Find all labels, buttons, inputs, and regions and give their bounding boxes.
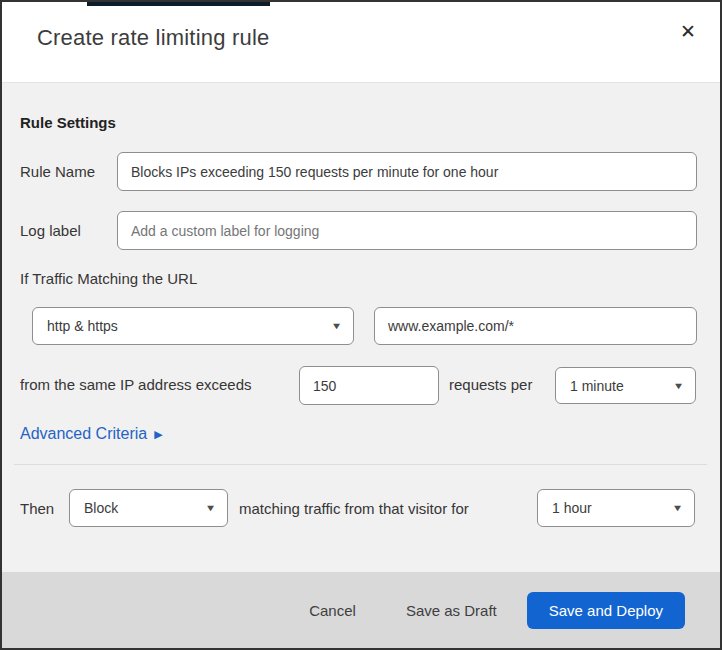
request-count-input[interactable] — [299, 366, 439, 405]
requests-per-text: requests per — [449, 375, 532, 395]
cancel-button[interactable]: Cancel — [305, 596, 360, 625]
dialog-header: Create rate limiting rule ✕ — [2, 2, 720, 83]
rule-name-label: Rule Name — [20, 162, 95, 182]
then-label: Then — [20, 499, 54, 519]
action-select[interactable]: Block ▼ — [69, 489, 228, 527]
duration-select[interactable]: 1 hour ▼ — [537, 489, 695, 527]
arrow-right-icon: ▶ — [154, 429, 162, 440]
advanced-criteria-label: Advanced Criteria — [20, 425, 147, 443]
chevron-down-icon: ▼ — [331, 321, 343, 331]
period-select[interactable]: 1 minute ▼ — [555, 367, 696, 404]
close-button[interactable]: ✕ — [673, 16, 703, 46]
url-pattern-input[interactable] — [374, 307, 697, 345]
log-label-input[interactable] — [117, 211, 697, 250]
rule-settings-heading: Rule Settings — [20, 114, 116, 131]
scheme-select-value: http & https — [47, 318, 118, 334]
period-select-value: 1 minute — [570, 378, 624, 394]
close-icon: ✕ — [680, 22, 696, 41]
top-edge-strip — [87, 2, 270, 6]
dialog-footer: Cancel Save as Draft Save and Deploy — [2, 572, 720, 648]
page-title: Create rate limiting rule — [37, 25, 269, 51]
traffic-match-intro-text: If Traffic Matching the URL — [20, 269, 197, 289]
advanced-criteria-link[interactable]: Advanced Criteria ▶ — [20, 425, 163, 443]
chevron-down-icon: ▼ — [672, 503, 684, 513]
scheme-select[interactable]: http & https ▼ — [32, 307, 354, 345]
log-label-label: Log label — [20, 221, 81, 241]
chevron-down-icon: ▼ — [673, 381, 685, 391]
threshold-prefix-text: from the same IP address exceeds — [20, 375, 252, 395]
create-rate-limiting-rule-dialog: Create rate limiting rule ✕ Rule Setting… — [0, 0, 722, 650]
duration-select-value: 1 hour — [552, 500, 592, 516]
section-divider — [14, 464, 707, 465]
save-as-draft-button[interactable]: Save as Draft — [402, 596, 501, 625]
save-and-deploy-button[interactable]: Save and Deploy — [527, 592, 685, 629]
rule-name-input[interactable] — [117, 152, 697, 191]
chevron-down-icon: ▼ — [205, 503, 217, 513]
action-select-value: Block — [84, 500, 118, 516]
action-middle-text: matching traffic from that visitor for — [239, 499, 469, 519]
